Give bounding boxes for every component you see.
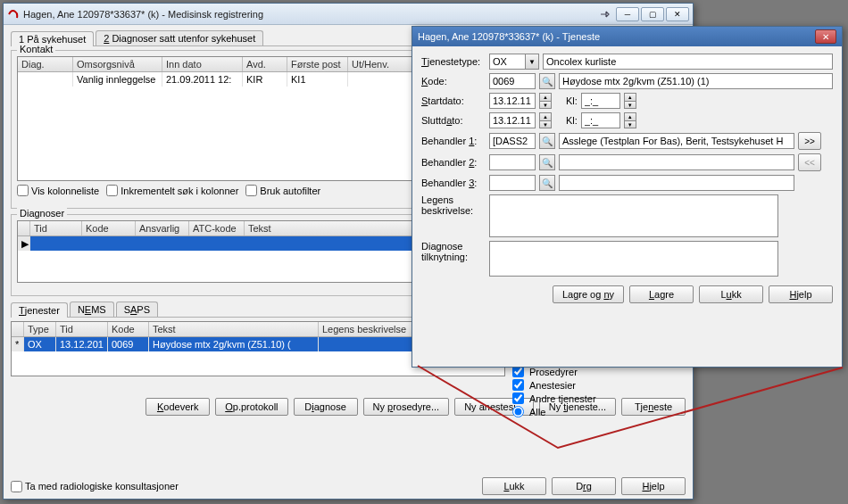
behandler2-desc[interactable] [559,154,794,170]
legens-textarea[interactable] [489,194,778,237]
lbl-sluttdato: Sluttdato: [421,115,486,126]
main-titlebar: Hagen, Ane 120978*33637* (k) - Medisinsk… [4,4,693,25]
drg-button[interactable]: Drg [552,477,616,495]
sluttdato-input[interactable] [489,112,536,128]
dialog-titlebar: Hagen, Ane 120978*33637* (k) - Tjeneste … [412,27,842,46]
maximize-button[interactable]: ▢ [641,7,664,21]
tab-nems[interactable]: NEMS [70,302,114,317]
startdato-input[interactable] [489,93,536,109]
behandler3-input[interactable] [489,175,536,191]
tab-diagnoser-utenfor[interactable]: 2 Diagnoser satt utenfor sykehuset [96,30,263,45]
behandler1-input[interactable] [489,133,536,149]
radio-alle[interactable]: Alle [512,406,611,417]
dialog-lukk-button[interactable]: Lukk [699,285,763,303]
lbl-startdato: Startdato: [421,95,486,106]
hjelp-button[interactable]: Hjelp [621,477,686,495]
lbl-kode: Kode: [421,76,486,87]
check-autofilter[interactable]: Bruk autofilter [245,185,320,196]
col-diag[interactable]: Diag. [18,57,73,71]
check-inkrementelt[interactable]: Inkrementelt søk i kolonner [106,185,238,196]
close-button[interactable]: ✕ [666,7,689,21]
col-forstepost[interactable]: Første post [287,57,348,71]
filter-column: Prosedyrer Anestesier Andre tjenester Al… [512,366,611,417]
kodeverk-button[interactable]: Kodeverk [145,398,210,416]
minimize-button[interactable]: ─ [616,7,639,21]
behandler3-desc[interactable] [559,175,794,191]
tjeneste-dialog: Hagen, Ane 120978*33637* (k) - Tjeneste … [412,26,843,368]
binoculars-icon[interactable]: 🔍 [539,154,555,170]
tjenestetype-combo[interactable]: ▼ [489,54,539,70]
startdato-spin[interactable]: ▲▼ [539,93,552,109]
lukk-button[interactable]: Lukk [482,477,546,495]
col-avd[interactable]: Avd. [243,57,287,71]
col-omsorg[interactable]: Omsorgsnivå [73,57,162,71]
starttid-spin[interactable]: ▲▼ [624,93,636,109]
main-title: Hagen, Ane 120978*33637* (k) - Medisinsk… [23,9,594,20]
dialog-close-button[interactable]: ✕ [815,29,836,44]
tjeneste-button[interactable]: Tjeneste [621,398,686,416]
check-anestesier[interactable]: Anestesier [512,379,611,391]
behandler1-desc[interactable] [559,133,794,149]
starttid-input[interactable] [581,93,620,109]
binoculars-icon[interactable]: 🔍 [539,73,555,89]
kode-desc[interactable] [559,73,833,89]
lbl-behandler2: Behandler 2: [421,157,486,168]
lbl-behandler1: Behandler 1: [421,136,486,146]
lagre-button[interactable]: Lagre [629,285,694,303]
check-andre[interactable]: Andre tjenester [512,392,611,404]
pin-icon[interactable] [594,7,616,21]
sluttdato-spin[interactable]: ▲▼ [539,112,552,128]
slutttid-input[interactable] [581,112,620,128]
lbl-behandler3: Behandler 3: [421,178,486,188]
ny-prosedyre-button[interactable]: Ny prosedyre... [363,398,450,416]
diagnose-button[interactable]: Diagnose [294,398,358,416]
tjenestetype-desc[interactable] [543,54,833,70]
lbl-legens: Legens beskrivelse: [421,194,486,216]
chevron-down-icon[interactable]: ▼ [525,54,539,70]
diagnose-textarea[interactable] [489,241,778,277]
check-vis-kolonneliste[interactable]: Vis kolonneliste [17,185,99,196]
kontakt-title: Kontakt [17,44,55,54]
col-inndato[interactable]: Inn dato [162,57,243,71]
tab-tjenester[interactable]: Tjenester [11,302,68,318]
binoculars-icon[interactable]: 🔍 [539,133,555,149]
app-icon [7,8,20,21]
tab-saps[interactable]: SAPS [116,302,158,317]
less-button[interactable]: << [798,153,821,171]
diagnoser-title: Diagnoser [17,208,67,219]
dialog-title: Hagen, Ane 120978*33637* (k) - Tjeneste [418,31,815,42]
more-button[interactable]: >> [798,132,821,150]
lbl-diagnose-tilknytning: Diagnose tilknytning: [421,241,486,262]
lagre-og-ny-button[interactable]: Lagre og ny [553,285,624,303]
lbl-tjenestetype: Tjenestetype: [421,56,486,67]
check-radiologiske[interactable]: Ta med radiologiske konsultasjoner [11,481,179,492]
binoculars-icon[interactable]: 🔍 [539,175,555,191]
dialog-hjelp-button[interactable]: Hjelp [769,285,833,303]
kode-input[interactable] [489,73,536,89]
behandler2-input[interactable] [489,154,536,170]
opprotokoll-button[interactable]: Op.protokoll [215,398,287,416]
slutttid-spin[interactable]: ▲▼ [624,112,636,128]
